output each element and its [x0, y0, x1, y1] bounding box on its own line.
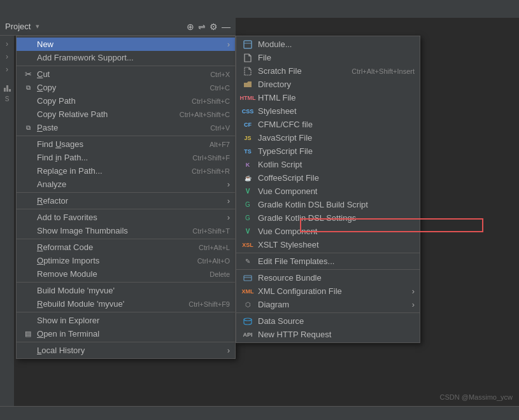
top-toolbar: [0, 0, 519, 18]
menu-item-show-thumbnails[interactable]: Show Image Thumbnails Ctrl+Shift+T: [17, 224, 235, 237]
menu-copy-label: Copy: [37, 83, 197, 92]
submenu-item-module[interactable]: Module...: [236, 38, 420, 51]
settings-icon[interactable]: ⚙: [210, 22, 218, 32]
minimize-icon[interactable]: —: [222, 22, 231, 32]
menu-item-find-usages[interactable]: Find Usages Alt+F7: [17, 137, 235, 151]
submenu-item-html[interactable]: HTML HTML File: [236, 91, 420, 104]
menu-item-copy-relative-path[interactable]: Copy Relative Path Ctrl+Alt+Shift+C: [17, 108, 235, 121]
ts-icon: TS: [241, 148, 254, 155]
menu-remove-module-label: Remove Module: [37, 269, 197, 279]
submenu-module-label: Module...: [258, 39, 415, 49]
submenu-item-xml-config[interactable]: XML XML Configuration File ›: [236, 284, 420, 298]
refactor-arrow: ›: [227, 196, 230, 206]
expand-icon-2[interactable]: ›: [4, 51, 10, 62]
watermark: CSDN @Massimo_ycw: [440, 393, 513, 401]
copy-rel-path-shortcut: Ctrl+Alt+Shift+C: [180, 111, 230, 118]
submenu-item-gradle-build[interactable]: G Gradle Kotlin DSL Build Script: [236, 198, 420, 211]
submenu-item-vue-component-2[interactable]: V Vue Component: [236, 225, 420, 238]
menu-item-rebuild-module[interactable]: Rebuild Module 'myvue' Ctrl+Shift+F9: [17, 297, 235, 311]
svg-point-4: [244, 318, 252, 321]
submenu-ts-label: TypeScript File: [258, 146, 415, 156]
submenu-gradle-build-label: Gradle Kotlin DSL Build Script: [258, 200, 415, 209]
menu-item-analyze[interactable]: Analyze ›: [17, 178, 235, 191]
bar-chart-icon[interactable]: [3, 81, 12, 93]
menu-item-paste[interactable]: ⧉ Paste Ctrl+V: [17, 121, 235, 134]
submenu-edit-templates-label: Edit File Templates...: [258, 256, 415, 266]
xml-config-icon: XML: [241, 288, 254, 295]
menu-item-open-terminal[interactable]: ▤ Open in Terminal: [17, 327, 235, 340]
project-panel-header: Project ▾ ⊕ ⇌ ⚙ —: [0, 18, 236, 36]
submenu-item-coffeescript[interactable]: ☕ CoffeeScript File: [236, 171, 420, 185]
menu-item-remove-module[interactable]: Remove Module Delete: [17, 267, 235, 281]
menu-favorites-label: Add to Favorites: [37, 213, 225, 222]
project-header-icons: ⊕ ⇌ ⚙ —: [187, 22, 231, 32]
optimize-shortcut: Ctrl+Alt+O: [197, 257, 230, 265]
submenu-item-directory[interactable]: Directory: [236, 78, 420, 91]
expand-icon[interactable]: ›: [4, 38, 10, 50]
gradle-settings-icon: G: [241, 214, 254, 221]
menu-item-copy[interactable]: ⧉ Copy Ctrl+C: [17, 81, 235, 94]
context-menu-left: New › Add Framework Support... ✂ Cut Ctr…: [16, 36, 236, 359]
menu-item-copy-path[interactable]: Copy Path Ctrl+Shift+C: [17, 94, 235, 108]
css-icon: CSS: [241, 108, 254, 115]
diagram-arrow: ›: [412, 300, 415, 309]
submenu-resource-label: Resource Bundle: [258, 273, 415, 283]
sync-icon[interactable]: ⇌: [198, 22, 206, 32]
submenu-item-gradle-settings[interactable]: G Gradle Kotlin DSL Settings: [236, 211, 420, 225]
submenu-item-http-request[interactable]: API New HTTP Request: [236, 328, 420, 341]
menu-item-new[interactable]: New ›: [17, 38, 235, 51]
project-title: Project: [5, 22, 31, 31]
terminal-icon: ▤: [22, 330, 34, 338]
submenu-item-diagram[interactable]: ⬡ Diagram ›: [236, 298, 420, 311]
menu-item-add-favorites[interactable]: Add to Favorites ›: [17, 211, 235, 224]
html-icon: HTML: [241, 95, 254, 101]
menu-item-refactor[interactable]: Refactor ›: [17, 194, 235, 207]
context-menu-right: Module... File Scratch File Ctrl+Alt+Shi…: [236, 36, 420, 343]
structure-icon[interactable]: S: [4, 94, 11, 104]
submenu-item-typescript[interactable]: TS TypeScript File: [236, 144, 420, 158]
submenu-cfml-label: CFML/CFC file: [258, 120, 415, 129]
paste-icon: ⧉: [22, 124, 34, 132]
menu-item-find-in-path[interactable]: Find in Path... Ctrl+Shift+F: [17, 151, 235, 164]
gear-icon[interactable]: ⊕: [187, 22, 194, 32]
gradle-build-icon: G: [241, 201, 254, 208]
copy-shortcut: Ctrl+C: [210, 84, 230, 92]
submenu-item-vue-component-1[interactable]: V Vue Component: [236, 185, 420, 198]
submenu-scratch-label: Scratch File: [258, 66, 345, 76]
submenu-xml-label: XML Configuration File: [258, 286, 409, 296]
submenu-item-javascript[interactable]: JS JavaScript File: [236, 131, 420, 144]
submenu-xslt-label: XSLT Stylesheet: [258, 240, 415, 249]
menu-item-local-history[interactable]: Local History ›: [17, 344, 235, 357]
submenu-item-stylesheet[interactable]: CSS Stylesheet: [236, 104, 420, 118]
cut-icon: ✂: [22, 69, 34, 79]
submenu-item-scratch-file[interactable]: Scratch File Ctrl+Alt+Shift+Insert: [236, 64, 420, 78]
expand-icon-3[interactable]: ›: [4, 64, 10, 75]
menu-item-reformat[interactable]: Reformat Code Ctrl+Alt+L: [17, 241, 235, 254]
submenu-item-cfml[interactable]: CF CFML/CFC file: [236, 118, 420, 131]
submenu-item-data-source[interactable]: Data Source: [236, 314, 420, 328]
file-icon: [241, 53, 254, 62]
submenu-item-resource-bundle[interactable]: Resource Bundle: [236, 271, 420, 284]
submenu-item-file[interactable]: File: [236, 51, 420, 64]
history-arrow: ›: [227, 346, 230, 355]
menu-item-cut[interactable]: ✂ Cut Ctrl+X: [17, 67, 235, 81]
submenu-separator-3: [236, 312, 420, 313]
menu-reformat-label: Reformat Code: [37, 242, 186, 252]
remove-module-shortcut: Delete: [210, 270, 230, 278]
menu-find-in-path-label: Find in Path...: [37, 153, 180, 162]
menu-item-build-module[interactable]: Build Module 'myvue': [17, 284, 235, 297]
vue-icon-2: V: [241, 228, 254, 235]
reformat-shortcut: Ctrl+Alt+L: [199, 244, 230, 251]
new-arrow: ›: [227, 39, 230, 49]
menu-item-optimize-imports[interactable]: Optimize Imports Ctrl+Alt+O: [17, 254, 235, 267]
coffee-icon: ☕: [241, 175, 254, 181]
menu-item-add-framework[interactable]: Add Framework Support...: [17, 51, 235, 64]
submenu-datasource-label: Data Source: [258, 316, 415, 326]
submenu-item-kotlin[interactable]: K Kotlin Script: [236, 158, 420, 171]
menu-item-show-explorer[interactable]: Show in Explorer: [17, 314, 235, 327]
menu-copy-path-label: Copy Path: [37, 96, 179, 106]
menu-item-replace-in-path[interactable]: Replace in Path... Ctrl+Shift+R: [17, 164, 235, 178]
submenu-item-xslt[interactable]: XSL XSLT Stylesheet: [236, 238, 420, 251]
submenu-separator-2: [236, 269, 420, 270]
submenu-item-edit-templates[interactable]: ✎ Edit File Templates...: [236, 255, 420, 268]
